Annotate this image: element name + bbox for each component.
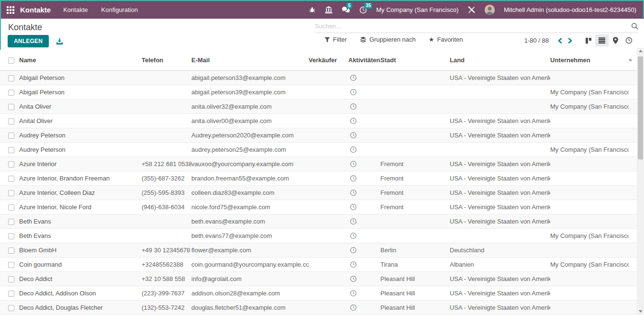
cell-activity[interactable]: [348, 157, 380, 171]
cell-country[interactable]: USA - Vereinigte Staaten von Amerika: [450, 271, 550, 286]
cell-company[interactable]: [550, 171, 629, 185]
cell-country[interactable]: USA - Vereinigte Staaten von Amerika: [450, 171, 550, 185]
cell-country[interactable]: [450, 85, 550, 99]
cell-email[interactable]: abigail.peterson33@example.com: [191, 70, 309, 85]
row-checkbox[interactable]: [8, 219, 14, 225]
cell-city[interactable]: [380, 228, 450, 243]
cell-salesperson[interactable]: [309, 70, 348, 85]
column-header-name[interactable]: Name: [19, 50, 142, 70]
list-view-button[interactable]: [595, 34, 609, 46]
cell-activity[interactable]: [348, 171, 380, 185]
cell-name[interactable]: Beth Evans: [19, 214, 142, 228]
cell-phone[interactable]: (946)-638-6034: [142, 200, 191, 214]
cell-city[interactable]: Tirana: [380, 257, 450, 271]
cell-phone[interactable]: (355)-687-3262: [142, 171, 191, 185]
cell-company[interactable]: [550, 128, 629, 142]
row-checkbox[interactable]: [8, 176, 14, 182]
groupby-button[interactable]: Gruppieren nach: [360, 36, 416, 43]
cell-email[interactable]: coin.gourmand@yourcompany.example.com: [191, 257, 309, 271]
cell-country[interactable]: USA - Vereinigte Staaten von Amerika: [450, 200, 550, 214]
cell-country[interactable]: USA - Vereinigte Staaten von Amerika: [450, 70, 550, 85]
search-icon[interactable]: [631, 22, 638, 30]
cell-email[interactable]: beth.evans77@example.com: [191, 228, 309, 243]
kanban-view-button[interactable]: [582, 34, 595, 46]
scrollbar-thumb[interactable]: [638, 56, 643, 159]
cell-phone[interactable]: (223)-399-7637: [142, 286, 191, 300]
cell-phone[interactable]: (132)-553-7242: [142, 300, 191, 315]
cell-company[interactable]: [550, 243, 629, 257]
table-row[interactable]: Beth Evans beth.evans@example.com USA - …: [0, 214, 637, 228]
cell-company[interactable]: [550, 113, 629, 128]
cell-city[interactable]: Pleasant Hill: [380, 286, 450, 300]
cell-name[interactable]: Azure Interior, Brandon Freeman: [19, 171, 142, 185]
cell-country[interactable]: USA - Vereinigte Staaten von Amerika: [450, 300, 550, 315]
row-checkbox[interactable]: [8, 75, 14, 81]
avatar[interactable]: [485, 5, 495, 15]
cell-email[interactable]: nicole.ford75@example.com: [191, 200, 309, 214]
cell-phone[interactable]: [142, 142, 191, 157]
optional-columns-icon[interactable]: [629, 57, 633, 63]
scroll-down-arrow[interactable]: [637, 308, 644, 314]
table-row[interactable]: Azure Interior, Brandon Freeman (355)-68…: [0, 171, 637, 185]
cell-activity[interactable]: [348, 257, 380, 271]
activities-icon[interactable]: 35: [359, 6, 367, 14]
company-switcher[interactable]: My Company (San Francisco): [376, 6, 458, 13]
cell-country[interactable]: Albanien: [450, 257, 550, 271]
table-row[interactable]: Audrey Peterson audrey.peterson25@exampl…: [0, 142, 637, 157]
cell-company[interactable]: [550, 300, 629, 315]
table-row[interactable]: Beth Evans beth.evans77@example.com My C…: [0, 228, 637, 243]
cell-salesperson[interactable]: [309, 257, 348, 271]
cell-activity[interactable]: [348, 113, 380, 128]
cell-company[interactable]: My Company (San Francisco): [550, 257, 629, 271]
column-header-activities[interactable]: Aktivitäten: [348, 50, 380, 70]
cell-email[interactable]: vauxoo@yourcompany.example.com: [191, 157, 309, 171]
cell-phone[interactable]: [142, 85, 191, 99]
activity-clock-icon[interactable]: [350, 74, 357, 81]
cell-city[interactable]: Fremont: [380, 200, 450, 214]
cell-salesperson[interactable]: [309, 214, 348, 228]
cell-email[interactable]: beth.evans@example.com: [191, 214, 309, 228]
cell-phone[interactable]: [142, 99, 191, 113]
row-checkbox[interactable]: [8, 276, 14, 282]
cell-activity[interactable]: [348, 300, 380, 315]
cell-phone[interactable]: [142, 214, 191, 228]
activity-clock-icon[interactable]: [350, 103, 357, 110]
cell-email[interactable]: anita.oliver32@example.com: [191, 99, 309, 113]
activity-view-button[interactable]: [622, 34, 635, 46]
activity-clock-icon[interactable]: [350, 146, 357, 153]
cell-email[interactable]: douglas.fletcher51@example.com: [191, 300, 309, 315]
cell-company[interactable]: [550, 286, 629, 300]
table-row[interactable]: Anital Oliver anita.oliver00@example.com…: [0, 113, 637, 128]
cell-email[interactable]: brandon.freeman55@example.com: [191, 171, 309, 185]
user-menu[interactable]: Mitchell Admin (soludoo-odoo16-test2-623…: [504, 6, 636, 13]
cell-company[interactable]: My Company (San Francisco): [550, 99, 629, 113]
bug-icon[interactable]: [309, 6, 316, 13]
cell-phone[interactable]: (255)-595-8393: [142, 185, 191, 200]
cell-country[interactable]: USA - Vereinigte Staaten von Amerika: [450, 214, 550, 228]
search-input[interactable]: [315, 22, 631, 30]
cell-country[interactable]: [450, 99, 550, 113]
cell-name[interactable]: Audrey Peterson: [19, 142, 142, 157]
row-checkbox[interactable]: [8, 233, 14, 239]
cell-email[interactable]: anita.oliver00@example.com: [191, 113, 309, 128]
cell-city[interactable]: Pleasant Hill: [380, 300, 450, 315]
activity-clock-icon[interactable]: [350, 132, 357, 139]
table-row[interactable]: Bloem GmbH +49 30 12345678 flower@exampl…: [0, 243, 637, 257]
cell-phone[interactable]: +49 30 12345678: [142, 243, 191, 257]
table-row[interactable]: Deco Addict, Addison Olson (223)-399-763…: [0, 286, 637, 300]
cell-salesperson[interactable]: [309, 185, 348, 200]
cell-salesperson[interactable]: [309, 85, 348, 99]
cell-activity[interactable]: [348, 271, 380, 286]
cell-city[interactable]: [380, 113, 450, 128]
column-header-city[interactable]: Stadt: [380, 50, 450, 70]
cell-company[interactable]: My Company (San Francisco): [550, 85, 629, 99]
cell-activity[interactable]: [348, 214, 380, 228]
cell-country[interactable]: USA - Vereinigte Staaten von Amerika: [450, 113, 550, 128]
row-checkbox[interactable]: [8, 204, 14, 211]
cell-name[interactable]: Anita Oliver: [19, 99, 142, 113]
cell-name[interactable]: Bloem GmbH: [19, 243, 142, 257]
cell-name[interactable]: Deco Addict, Addison Olson: [19, 286, 142, 300]
apps-menu-icon[interactable]: [7, 6, 14, 14]
cell-name[interactable]: Audrey Peterson: [19, 128, 142, 142]
cell-salesperson[interactable]: [309, 243, 348, 257]
